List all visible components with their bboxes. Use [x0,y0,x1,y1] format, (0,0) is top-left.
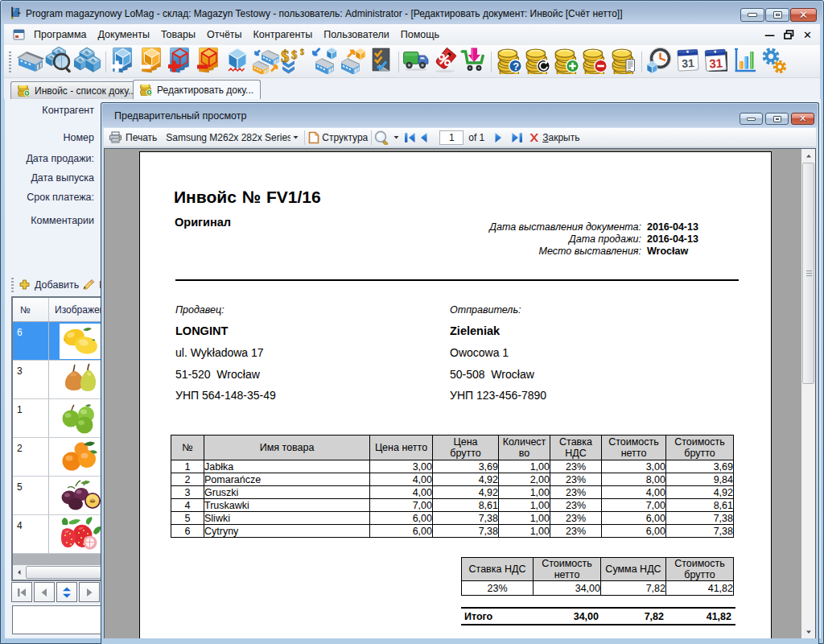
toolbar-checklist-button[interactable] [366,47,395,76]
toolbar-doc-minus-red-button[interactable] [195,47,224,76]
prev-page-button[interactable] [418,132,430,143]
toolbar-coins-refresh-button[interactable] [524,47,553,76]
items-icon [74,47,101,77]
last-page-icon [511,132,523,143]
grid-col-num[interactable]: № [13,298,49,321]
zoom-dropdown-icon[interactable] [391,131,402,144]
toolbar-separator [395,50,402,74]
menu-4[interactable]: Отчёты [201,26,248,43]
next-page-icon [494,132,503,143]
toolbar-items-button[interactable] [73,47,102,76]
toolbar-coins-invoice-button[interactable] [609,47,638,76]
preview-vscrollbar[interactable] [801,149,815,638]
zoom-icon [374,130,389,145]
tab-2[interactable]: Редактировать доку... [133,80,261,99]
photo-oranges [60,440,101,475]
mdi-close-button[interactable]: ✕ [803,30,812,40]
invoice-rule [175,279,739,281]
vscroll-down-arrow[interactable] [801,625,815,638]
toolbar-receive-external-button[interactable] [309,47,338,76]
total-vat: 7,82 [600,611,665,622]
checklist-icon [367,47,394,77]
add-item-button[interactable]: Добавить [19,279,79,291]
photo-apples [60,401,101,436]
printer-select[interactable]: Samsung M262x 282x Series [161,130,303,146]
invoice-summary-table: Ставка НДССтоимостьнеттоСумма НДССтоимос… [461,557,734,596]
toolbar-transfer-warehouses-button[interactable] [252,47,281,76]
tab-1[interactable]: Инвойс - список доку... [10,81,143,99]
nav-first-button[interactable] [11,582,32,602]
preview-minimize-button[interactable] [740,113,763,125]
vscroll-up-arrow[interactable] [801,149,815,163]
clock-cube-icon [645,47,673,77]
next-page-button[interactable] [492,132,505,143]
print-button[interactable]: Печать [106,131,159,143]
minimize-button[interactable] [740,8,764,22]
toolbar-discount-tag-button[interactable] [431,47,459,76]
toolbar-coins-minus-button[interactable] [581,47,610,76]
close-preview-button[interactable]: Закрыть [526,132,582,143]
structure-button[interactable]: Структура [307,131,369,144]
preview-titlebar[interactable]: Предварительный просмотр ✕ [102,104,818,127]
menu-7[interactable]: Помощь [395,26,445,43]
toolbar-calendar-blue-button[interactable]: 31 [674,47,702,76]
toolbar-bar-chart-button[interactable] [731,47,760,76]
zoom-button[interactable] [373,130,402,145]
menu-form-icon[interactable] [13,28,26,41]
menu-5[interactable]: Контрагенты [248,26,319,43]
toolbar-inventory-cube-button[interactable] [224,47,253,76]
nav-next-button[interactable] [79,582,100,602]
menu-6[interactable]: Пользователи [318,26,395,43]
toolbar-dispatch-external-button[interactable] [338,47,367,76]
mdi-restore-button[interactable] [784,30,794,39]
toolbar-clock-cube-button[interactable] [645,47,674,76]
menu-2[interactable]: Документы [93,26,155,43]
close-button[interactable]: ✕ [790,8,817,22]
doc-add-blue-icon [109,47,137,77]
page-number-input[interactable]: 1 [439,130,464,145]
toolbar-truck-button[interactable] [402,47,431,76]
toolbar-calendar-red-button[interactable]: 31 [702,47,731,76]
combo-dropdown-icon[interactable] [290,131,301,144]
nav-sort-button[interactable] [56,582,77,602]
preview-maximize-button[interactable] [765,113,789,125]
toolbar-doc-add-red-button[interactable] [167,47,196,76]
grid-toolbar-grip [11,278,14,292]
main-titlebar[interactable]: Program magazynowy LoMag - склад: Magazy… [2,2,822,24]
toolbar-cart-arrow-button[interactable] [459,47,488,76]
toolbar-prices-dollar-button[interactable]: $ $ $ [281,47,310,76]
last-page-button[interactable] [509,132,525,143]
svg-text:31: 31 [682,56,695,70]
toolbar-warehouse-button[interactable] [16,47,45,76]
first-page-button[interactable] [402,132,418,143]
toolbar-search-items-button[interactable] [45,47,74,76]
doc-add-red-icon [167,47,194,77]
toolbar-grip[interactable] [9,52,11,72]
svg-text:?: ? [513,60,519,72]
field-label-1: Контрагент [4,105,94,116]
toolbar-gears-button[interactable] [760,47,789,76]
vscroll-thumb[interactable] [802,163,814,384]
menu-1[interactable]: Программа [28,26,93,43]
plus-icon [19,279,30,290]
preview-close-button[interactable]: ✕ [791,113,814,125]
toolbar-doc-minus-orange-button[interactable] [138,47,167,76]
maximize-button[interactable] [765,8,789,22]
photo-strawberries [60,517,101,552]
hscroll-left-arrow[interactable] [13,565,26,580]
items-row: 2Pomarańcze4,004,922,0023%8,009,84 [171,473,734,486]
invoice-page: Инвойс № FV1/16 Оригинал Дата выставлени… [139,151,772,638]
doc-minus-red-icon [196,47,223,77]
coins-invoice-icon [610,47,637,77]
toolbar-coins-question-button[interactable]: ? [495,47,524,76]
toolbar-coins-plus-button[interactable] [552,47,581,76]
calendar-red-icon: 31 [702,47,730,77]
receive-external-icon [310,47,337,77]
mdi-minimize-button[interactable]: — [764,30,775,40]
photo-plums [60,478,101,514]
invoice-title: Инвойс № FV1/16 [174,188,321,207]
nav-prev-button[interactable] [34,582,55,602]
toolbar-doc-add-blue-button[interactable] [109,47,138,76]
menu-3[interactable]: Товары [155,26,201,43]
items-header-row: №Имя товараЦена неттоЦенабруттоКоличеств… [171,436,734,460]
